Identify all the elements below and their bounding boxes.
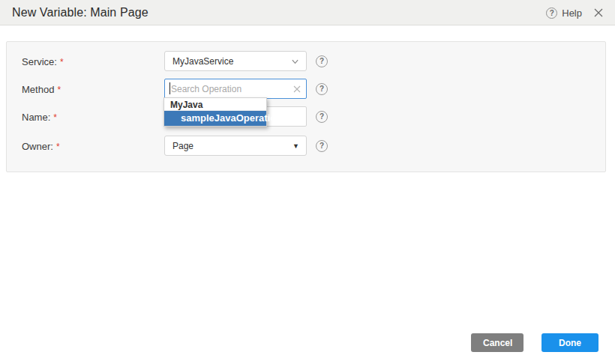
clear-icon[interactable] <box>292 85 302 94</box>
required-mark: * <box>56 141 60 151</box>
service-dropdown[interactable]: MyJavaService <box>164 51 307 71</box>
method-row: Method* ? <box>7 79 605 99</box>
service-row: Service:* MyJavaService ? <box>7 51 605 71</box>
name-label: Name:* <box>22 111 57 122</box>
owner-help-icon[interactable]: ? <box>316 140 328 152</box>
method-label: Method* <box>22 83 61 94</box>
service-help-icon[interactable]: ? <box>316 55 328 67</box>
method-help-icon[interactable]: ? <box>316 83 328 95</box>
dropdown-option-selected[interactable]: sampleJavaOperation <box>164 111 266 126</box>
help-label: Help <box>562 7 582 19</box>
done-button[interactable]: Done <box>542 333 598 352</box>
dialog-header: New Variable: Main Page ? Help <box>0 0 615 25</box>
owner-select[interactable]: Page ▼ <box>164 136 307 156</box>
close-icon[interactable] <box>592 7 604 19</box>
cancel-button[interactable]: Cancel <box>471 333 524 352</box>
header-actions: ? Help <box>546 0 604 25</box>
chevron-down-icon <box>291 57 299 65</box>
required-mark: * <box>53 112 57 122</box>
page-title: New Variable: Main Page <box>0 6 148 19</box>
name-help-icon[interactable]: ? <box>316 111 328 123</box>
dropdown-group-header: MyJava <box>164 98 266 111</box>
help-circle-icon: ? <box>546 7 557 19</box>
help-button[interactable]: ? Help <box>546 7 582 19</box>
method-search-wrap <box>164 79 307 99</box>
method-options-dropdown: MyJava sampleJavaOperation <box>164 97 267 127</box>
method-control <box>164 79 307 99</box>
owner-row: Owner:* Page ▼ ? <box>7 136 605 156</box>
variable-form-panel: Service:* MyJavaService ? Method* <box>6 41 606 172</box>
select-arrow-icon: ▼ <box>292 142 299 150</box>
method-search-input[interactable] <box>164 79 307 99</box>
owner-select-value: Page <box>172 141 194 151</box>
service-dropdown-value: MyJavaService <box>172 56 233 67</box>
method-label-text: Method <box>22 83 54 94</box>
owner-label: Owner:* <box>22 140 60 151</box>
required-mark: * <box>57 84 61 94</box>
service-label: Service:* <box>22 55 64 67</box>
name-row: Name:* ? <box>7 106 605 127</box>
text-caret <box>170 82 170 94</box>
service-control: MyJavaService <box>164 51 307 71</box>
name-label-text: Name: <box>22 111 50 122</box>
required-mark: * <box>60 56 64 67</box>
dialog-footer: Cancel Done <box>471 333 598 352</box>
owner-label-text: Owner: <box>22 140 53 151</box>
service-label-text: Service: <box>22 55 57 67</box>
new-variable-dialog: New Variable: Main Page ? Help Service:*… <box>0 0 615 364</box>
owner-control: Page ▼ <box>164 136 307 156</box>
